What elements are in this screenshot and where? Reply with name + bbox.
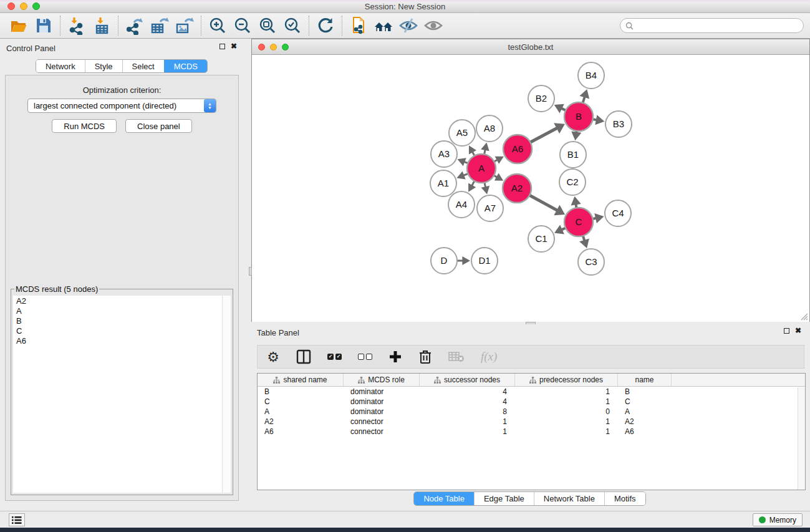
- result-list-scrollbar[interactable]: [222, 296, 231, 493]
- export-network-button[interactable]: [122, 14, 147, 37]
- table-settings-button[interactable]: ⚙: [266, 348, 280, 365]
- graph-node-C[interactable]: C: [564, 208, 593, 236]
- column-header-name[interactable]: name: [618, 374, 672, 386]
- tab-node-table[interactable]: Node Table: [414, 492, 474, 505]
- column-header-predecessor-nodes[interactable]: predecessor nodes: [515, 374, 618, 386]
- run-mcds-button[interactable]: Run MCDS: [52, 119, 117, 133]
- graph-node-B4[interactable]: B4: [578, 62, 604, 89]
- close-network-window-button[interactable]: [258, 44, 265, 51]
- table-row[interactable]: Bdominator41B: [258, 387, 805, 397]
- tab-network-table[interactable]: Network Table: [534, 492, 604, 505]
- graph-node-A5[interactable]: A5: [449, 120, 475, 146]
- save-session-button[interactable]: [31, 14, 56, 37]
- network-view-window: testGlobe.txt B4B2BB3A8A5A6A3B1AC2A1A2A4…: [251, 39, 810, 322]
- table-cell: B: [258, 387, 344, 396]
- graph-node-D[interactable]: D: [431, 248, 457, 274]
- graph-node-B[interactable]: B: [564, 102, 593, 131]
- tab-mcds[interactable]: MCDS: [164, 60, 207, 72]
- graph-node-D1[interactable]: D1: [471, 248, 498, 274]
- table-row[interactable]: Adominator80A: [258, 407, 805, 417]
- mcds-result-listbox[interactable]: A2ABCA6: [13, 296, 231, 493]
- graph-node-A8[interactable]: A8: [476, 115, 503, 142]
- graph-node-C2[interactable]: C2: [559, 169, 586, 195]
- delete-table-button[interactable]: [448, 348, 465, 365]
- network-window-titlebar[interactable]: testGlobe.txt: [252, 39, 809, 55]
- close-window-button[interactable]: [7, 2, 15, 10]
- tab-select[interactable]: Select: [122, 60, 164, 72]
- graph-node-B1[interactable]: B1: [560, 142, 586, 168]
- mcds-result-item[interactable]: A: [14, 306, 221, 316]
- zoom-fit-button[interactable]: [255, 14, 280, 37]
- graph-node-A3[interactable]: A3: [431, 141, 457, 167]
- deselect-all-rows-button[interactable]: [358, 348, 372, 365]
- show-column-button[interactable]: [296, 348, 311, 365]
- mcds-result-item[interactable]: A6: [14, 336, 221, 346]
- minimize-network-window-button[interactable]: [270, 44, 277, 51]
- open-session-button[interactable]: [6, 14, 31, 37]
- column-header-successor-nodes[interactable]: successor nodes: [420, 374, 515, 386]
- criterion-dropdown[interactable]: largest connected component (directed) ▲…: [27, 99, 216, 113]
- dropdown-stepper-icon: ▲▼: [204, 99, 216, 112]
- column-header-MCDS-role[interactable]: MCDS role: [344, 374, 420, 386]
- graph-node-C4[interactable]: C4: [605, 200, 631, 226]
- add-column-button[interactable]: [388, 348, 402, 365]
- network-from-file-button[interactable]: [346, 14, 371, 37]
- table-row[interactable]: A6connector11A6: [258, 427, 805, 437]
- graph-node-A6[interactable]: A6: [503, 135, 532, 163]
- graph-node-A4[interactable]: A4: [448, 191, 475, 218]
- show-graphics-details-button[interactable]: [421, 14, 446, 37]
- refresh-view-button[interactable]: [313, 14, 338, 37]
- float-table-panel-icon[interactable]: [784, 328, 789, 334]
- graph-node-A2[interactable]: A2: [503, 174, 531, 203]
- hide-graphics-details-button[interactable]: [396, 14, 421, 37]
- column-header-label: MCDS role: [368, 375, 405, 384]
- delete-column-button[interactable]: [418, 348, 432, 365]
- search-field[interactable]: [620, 18, 804, 33]
- vertical-split-handle[interactable]: [249, 267, 252, 276]
- export-image-button[interactable]: [172, 14, 197, 37]
- network-canvas[interactable]: B4B2BB3A8A5A6A3B1AC2A1A2A4A7C4CC1DD1C3: [252, 55, 809, 322]
- import-network-button[interactable]: [64, 14, 89, 37]
- mcds-result-item[interactable]: C: [14, 326, 221, 336]
- import-table-button[interactable]: [89, 14, 114, 37]
- table-row[interactable]: A2connector11A2: [258, 417, 805, 427]
- zoom-out-button[interactable]: [230, 14, 255, 37]
- mcds-result-title: MCDS result (5 nodes): [14, 284, 99, 294]
- table-scrollbar[interactable]: [798, 387, 805, 490]
- close-table-panel-icon[interactable]: ✖: [795, 327, 801, 334]
- maximize-window-button[interactable]: [32, 2, 40, 10]
- export-table-button[interactable]: [147, 14, 172, 37]
- tab-network[interactable]: Network: [36, 60, 85, 72]
- tab-motifs[interactable]: Motifs: [604, 492, 645, 505]
- graph-node-A[interactable]: A: [467, 154, 496, 183]
- table-row[interactable]: Cdominator41C: [258, 397, 805, 407]
- task-history-button[interactable]: [9, 513, 25, 526]
- column-header-shared-name[interactable]: shared name: [258, 374, 344, 386]
- apply-function-button[interactable]: f(x): [481, 348, 497, 365]
- zoom-in-button[interactable]: [205, 14, 230, 37]
- graph-node-B3[interactable]: B3: [605, 111, 632, 137]
- graph-node-C3[interactable]: C3: [578, 249, 604, 275]
- criterion-value: largest connected component (directed): [28, 101, 204, 110]
- memory-button[interactable]: Memory: [753, 513, 803, 526]
- mcds-result-item[interactable]: A2: [14, 296, 221, 306]
- resize-grip-icon[interactable]: [799, 312, 808, 321]
- mcds-result-item[interactable]: B: [14, 316, 221, 326]
- graph-node-A1[interactable]: A1: [430, 170, 456, 196]
- graph-node-A7[interactable]: A7: [477, 195, 503, 221]
- graph-node-C1[interactable]: C1: [528, 226, 554, 252]
- zoom-selected-button[interactable]: [280, 14, 305, 37]
- tab-style[interactable]: Style: [85, 60, 122, 72]
- graph-node-B2[interactable]: B2: [528, 85, 554, 112]
- close-panel-icon[interactable]: ✖: [231, 43, 237, 49]
- minimize-window-button[interactable]: [20, 2, 27, 10]
- float-panel-icon[interactable]: [219, 44, 225, 49]
- home-button[interactable]: [371, 14, 396, 37]
- select-all-rows-button[interactable]: ✓ ✓: [327, 348, 342, 365]
- maximize-network-window-button[interactable]: [282, 44, 289, 51]
- search-input[interactable]: [637, 21, 798, 30]
- network-graph[interactable]: B4B2BB3A8A5A6A3B1AC2A1A2A4A7C4CC1DD1C3: [252, 55, 809, 322]
- close-panel-button[interactable]: Close panel: [125, 119, 192, 133]
- tab-edge-table[interactable]: Edge Table: [474, 492, 534, 505]
- table-cell: A6: [618, 427, 672, 436]
